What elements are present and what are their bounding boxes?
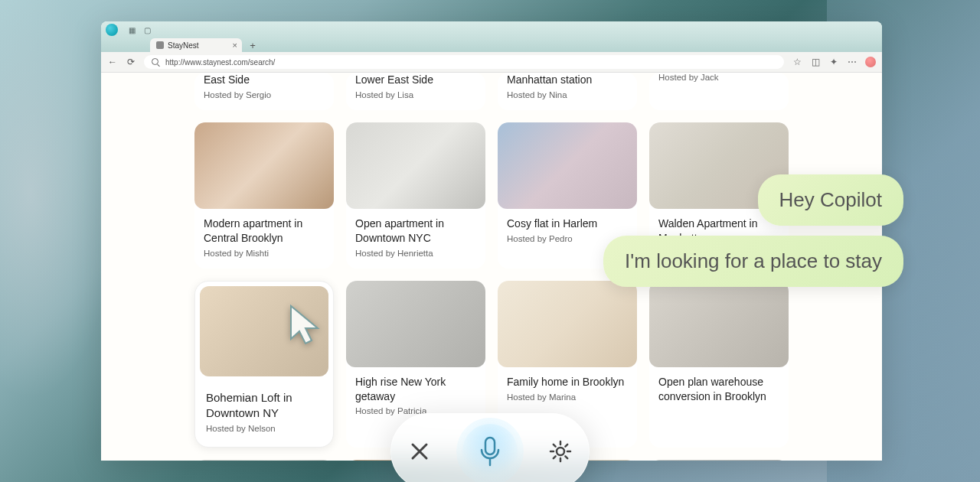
listing-card-highlighted[interactable]: Bohemian Loft in Downtown NY Hosted by N… — [194, 281, 334, 448]
copilot-request-text: I'm looking for a place to stay — [625, 249, 882, 272]
profile-avatar[interactable] — [865, 57, 876, 67]
listing-image — [649, 281, 789, 367]
listing-card[interactable]: Modern apartment in Central Brooklyn Hos… — [194, 122, 334, 269]
listing-card[interactable]: Manhattan station Hosted by Nina — [498, 73, 637, 110]
address-bar[interactable]: http://www.staynest.com/search/ — [144, 55, 784, 69]
back-button[interactable]: ← — [107, 57, 118, 67]
listing-image — [200, 286, 328, 376]
svg-line-7 — [554, 445, 556, 447]
settings-button[interactable] — [545, 436, 576, 467]
listing-title: High rise New York getaway — [355, 375, 476, 404]
tab-bar: StayNest × + — [101, 38, 882, 52]
svg-point-2 — [557, 448, 564, 455]
favorites-icon[interactable]: ✦ — [828, 57, 839, 67]
listing-card[interactable]: Open apartment in Downtown NYC Hosted by… — [346, 122, 485, 269]
listing-card[interactable]: East Side Hosted by Sergio — [194, 73, 334, 110]
listing-title: Manhattan station — [507, 73, 628, 87]
browser-tab[interactable]: StayNest × — [150, 38, 242, 52]
svg-line-8 — [565, 456, 567, 458]
tab-title: StayNest — [168, 41, 199, 50]
listing-host: Hosted by Henrietta — [355, 249, 476, 258]
listing-host: Hosted by Nina — [507, 90, 628, 99]
svg-line-10 — [565, 445, 567, 447]
listing-image — [346, 122, 485, 209]
close-button[interactable] — [404, 436, 435, 467]
listing-title: Open apartment in Downtown NYC — [355, 217, 476, 246]
copilot-greeting-text: Hey Copilot — [779, 188, 882, 211]
listing-host: Hosted by Marina — [507, 392, 628, 402]
new-tab-button[interactable]: + — [245, 38, 260, 52]
listing-title: Open plan warehouse conversion in Brookl… — [658, 375, 779, 404]
listing-card[interactable]: Hosted by Jack — [649, 73, 789, 110]
split-icon[interactable]: ◫ — [810, 57, 821, 67]
listing-host: Hosted by Nelson — [206, 424, 322, 433]
listing-title: Lower East Side — [355, 73, 476, 87]
url-bar: ← ⟳ http://www.staynest.com/search/ ☆ ◫ … — [101, 52, 882, 73]
svg-rect-0 — [485, 438, 495, 454]
listing-host: Hosted by Jack — [658, 73, 779, 82]
listing-title: Family home in Brooklyn — [507, 375, 628, 389]
listing-card[interactable]: Open plan warehouse conversion in Brookl… — [649, 281, 789, 448]
listing-image — [498, 122, 637, 209]
listing-image — [194, 460, 334, 461]
listing-host: Hosted by Mishti — [204, 249, 325, 258]
close-tab-icon[interactable]: × — [233, 41, 237, 50]
tab-actions-icon[interactable]: ▢ — [142, 24, 152, 35]
listing-title: East Side — [204, 73, 325, 87]
browser-titlebar: ▦ ▢ — [101, 21, 882, 38]
svg-line-9 — [554, 456, 556, 458]
listing-title: Cosy flat in Harlem — [507, 217, 628, 231]
more-icon[interactable]: ⋯ — [847, 57, 858, 67]
listing-image — [194, 122, 334, 209]
workspace-icon[interactable]: ▦ — [126, 24, 137, 35]
listing-image — [346, 281, 485, 367]
listing-host: Hosted by Lisa — [355, 90, 476, 99]
listing-title: Modern apartment in Central Brooklyn — [204, 217, 325, 246]
refresh-button[interactable]: ⟳ — [126, 57, 136, 67]
listing-image — [498, 281, 637, 367]
star-icon[interactable]: ☆ — [792, 57, 802, 67]
listing-title: Bohemian Loft in Downtown NY — [206, 390, 322, 422]
url-text: http://www.staynest.com/search/ — [165, 58, 275, 67]
listing-card[interactable]: Lower East Side Hosted by Lisa — [346, 73, 485, 110]
copilot-bubble-request: I'm looking for a place to stay — [603, 236, 903, 287]
copilot-dock — [390, 413, 590, 482]
listing-host: Hosted by Sergio — [204, 90, 325, 99]
listing-image — [649, 460, 789, 461]
microphone-button[interactable] — [456, 418, 524, 482]
search-icon — [152, 58, 159, 66]
copilot-bubble-greeting: Hey Copilot — [758, 174, 903, 226]
listing-card[interactable] — [194, 460, 334, 461]
edge-icon — [106, 24, 118, 36]
tab-favicon — [156, 41, 164, 49]
listing-card[interactable] — [649, 460, 789, 461]
